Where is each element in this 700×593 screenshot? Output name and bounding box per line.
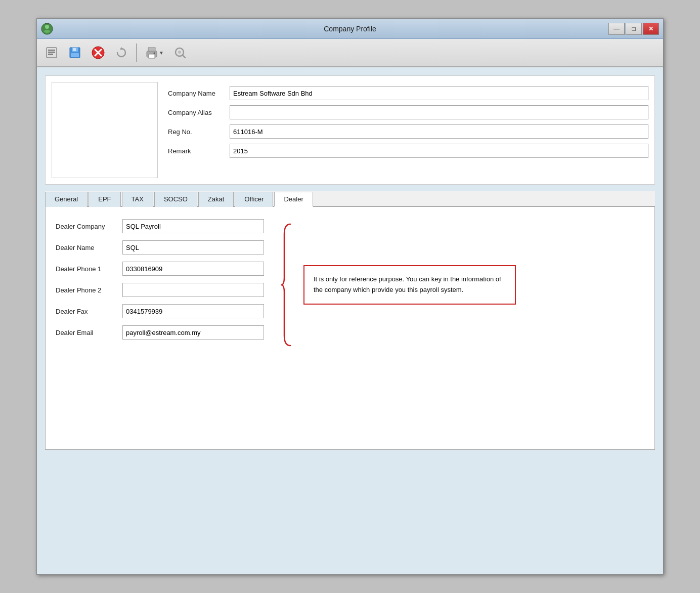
svg-point-18 [154, 53, 155, 54]
app-icon [41, 23, 53, 35]
refresh-icon [114, 46, 128, 60]
company-name-input[interactable] [230, 86, 648, 100]
company-alias-row: Company Alias [168, 105, 648, 119]
dealer-name-label: Dealer Name [56, 244, 116, 251]
close-button[interactable]: ✕ [643, 23, 659, 35]
brace-info-container: It is only for reference purpose. You ca… [280, 219, 516, 351]
remark-row: Remark [168, 144, 648, 158]
company-logo-box [52, 82, 158, 178]
dealer-name-input[interactable] [122, 240, 264, 255]
cancel-icon [91, 46, 105, 60]
dealer-fax-label: Dealer Fax [56, 308, 116, 315]
svg-rect-4 [48, 50, 55, 51]
svg-rect-9 [73, 48, 76, 51]
svg-line-20 [183, 55, 185, 58]
dealer-phone2-label: Dealer Phone 2 [56, 286, 116, 294]
dealer-company-row: Dealer Company [56, 219, 264, 233]
tab-officer[interactable]: Officer [235, 192, 273, 207]
company-name-row: Company Name [168, 86, 648, 100]
dealer-fields-col: Dealer Company Dealer Name Dealer Phone … [56, 219, 264, 351]
dealer-phone1-row: Dealer Phone 1 [56, 262, 264, 276]
reg-no-input[interactable] [230, 124, 648, 139]
company-fields: Company Name Company Alias Reg No. Remar… [168, 82, 648, 178]
preview-icon [173, 46, 187, 60]
save-button[interactable] [64, 42, 85, 63]
svg-rect-5 [48, 52, 55, 53]
dealer-company-label: Dealer Company [56, 223, 116, 230]
dealer-tab-panel: Dealer Company Dealer Name Dealer Phone … [45, 207, 655, 450]
remark-label: Remark [168, 147, 224, 155]
print-button[interactable]: ▼ [141, 42, 167, 63]
svg-rect-17 [149, 54, 155, 58]
tabs-container: General EPF TAX SOCSO Zakat Officer Deal… [45, 191, 655, 450]
svg-point-21 [178, 51, 181, 54]
dealer-phone2-input[interactable] [122, 283, 264, 297]
edit-icon [45, 46, 59, 60]
company-header-panel: Company Name Company Alias Reg No. Remar… [45, 75, 655, 185]
dealer-name-row: Dealer Name [56, 240, 264, 255]
toolbar: ▼ [37, 39, 663, 67]
dealer-info-box: It is only for reference purpose. You ca… [303, 265, 516, 305]
title-bar: Company Profile — □ ✕ [37, 19, 663, 39]
refresh-button[interactable] [111, 42, 132, 63]
tab-epf[interactable]: EPF [89, 192, 120, 207]
title-bar-controls: — □ ✕ [608, 23, 659, 35]
save-icon [68, 46, 82, 60]
dealer-info-text: It is only for reference purpose. You ca… [314, 275, 501, 293]
tab-tax[interactable]: TAX [122, 192, 153, 207]
title-bar-left [41, 23, 53, 35]
tab-dealer[interactable]: Dealer [274, 192, 313, 207]
print-dropdown-arrow: ▼ [159, 50, 164, 56]
tab-general[interactable]: General [45, 192, 88, 207]
edit-button[interactable] [41, 42, 62, 63]
cancel-button[interactable] [88, 42, 109, 63]
main-window: Company Profile — □ ✕ [36, 18, 664, 575]
dealer-phone1-label: Dealer Phone 1 [56, 265, 116, 273]
preview-button[interactable] [169, 42, 191, 63]
dealer-email-label: Dealer Email [56, 329, 116, 336]
dealer-phone1-input[interactable] [122, 262, 264, 276]
reg-no-label: Reg No. [168, 128, 224, 136]
curly-brace-icon [280, 219, 295, 351]
content-area: Company Name Company Alias Reg No. Remar… [37, 67, 663, 574]
tab-zakat[interactable]: Zakat [198, 192, 234, 207]
dealer-email-row: Dealer Email [56, 325, 264, 340]
dealer-form: Dealer Company Dealer Name Dealer Phone … [56, 219, 644, 351]
print-icon [145, 46, 159, 60]
tab-socso[interactable]: SOCSO [154, 192, 197, 207]
dealer-fax-row: Dealer Fax [56, 304, 264, 318]
svg-rect-6 [48, 54, 53, 55]
tabs-row: General EPF TAX SOCSO Zakat Officer Deal… [45, 191, 655, 207]
window-title: Company Profile [324, 25, 376, 33]
company-name-label: Company Name [168, 90, 224, 97]
dealer-fax-input[interactable] [122, 304, 264, 318]
company-alias-label: Company Alias [168, 109, 224, 116]
toolbar-separator [136, 44, 137, 62]
company-alias-input[interactable] [230, 105, 648, 119]
reg-no-row: Reg No. [168, 124, 648, 139]
svg-rect-10 [71, 53, 79, 57]
maximize-button[interactable]: □ [626, 23, 642, 35]
svg-point-1 [45, 25, 49, 29]
remark-input[interactable] [230, 144, 648, 158]
svg-point-2 [44, 30, 50, 33]
dealer-email-input[interactable] [122, 325, 264, 340]
minimize-button[interactable]: — [608, 23, 625, 35]
dealer-company-input[interactable] [122, 219, 264, 233]
dealer-phone2-row: Dealer Phone 2 [56, 283, 264, 297]
